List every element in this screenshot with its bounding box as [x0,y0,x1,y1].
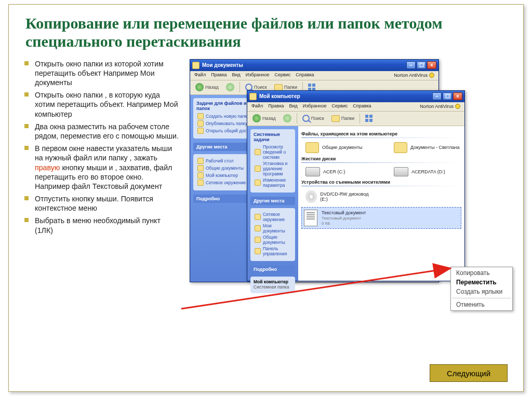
cd-icon [305,190,317,203]
details-line: Системная папка [254,284,292,290]
bullet-item: Два окна разместить на рабочем столе ряд… [23,122,179,141]
bullet-item: Открыть окно папки , в которую куда хоти… [23,90,179,119]
details-header: Подробно [250,265,295,273]
places-group: Сетевое окружение Мои документы Общие до… [250,208,295,261]
divider [301,186,461,186]
removable-row: DVD/CD-RW дисковод (E:) [301,190,461,203]
section-stored: Файлы, хранящиеся на этом компьютере [301,131,461,136]
drive-icon [394,167,408,176]
divider [301,138,461,138]
menu-copy[interactable]: Копировать [451,268,512,278]
section-removable: Устройства со съемными носителями [301,180,461,185]
window-title: Мои документы [202,62,243,68]
forward-icon [226,83,234,91]
file-type: Текстовый документ [322,216,366,221]
folder-view[interactable]: Файлы, хранящиеся на этом компьютере Общ… [298,126,464,281]
next-button[interactable]: Следующий [430,364,508,382]
menu-bar: Файл Правка Вид Избранное Сервис Справка… [247,102,464,112]
minimize-button[interactable]: – [432,92,442,100]
selected-drag-item[interactable]: Текстовый документ Текстовый документ 0 … [301,207,461,229]
maximize-button[interactable]: ☐ [417,61,426,69]
menu-item[interactable]: Справка [296,72,314,79]
computer-icon [249,93,257,100]
task-link[interactable]: Просмотр сведений о системе [255,144,292,160]
folder-row: Общие документы Документы - Светлана [301,142,461,153]
folder-icon [305,142,319,153]
slide-body: Открыть окно папки из которой хотим пере… [9,54,523,308]
bullet-item: Выбрать в меню необходимый пункт (1ЛК) [23,216,179,235]
place-link[interactable]: Общие документы [255,235,292,245]
titlebar[interactable]: Мой компьютер – ☐ × [247,91,464,102]
forward-icon [283,114,291,122]
menu-item[interactable]: Справка [353,103,371,110]
folder-item[interactable]: Документы - Светлана [394,142,461,153]
divider [301,162,461,163]
document-icon [304,210,317,226]
removable-item[interactable]: DVD/CD-RW дисковод (E:) [305,190,373,203]
task-link[interactable]: Изменение параметра [255,177,292,188]
menu-item[interactable]: Файл [251,103,263,110]
context-menu: Копировать Переместить Создать ярлыки От… [450,267,513,311]
back-button[interactable]: Назад [250,114,278,123]
details-group: Мой компьютер Системная папка [250,277,295,293]
maximize-button[interactable]: ☐ [443,92,452,100]
menu-shortcut[interactable]: Создать ярлыки [451,287,512,296]
task-link[interactable]: Установка и удаление программ [255,161,292,176]
menu-item[interactable]: Избранное [246,72,270,79]
slide-frame: Копирование или перемещение файлов или п… [8,4,524,392]
toolbar: Назад Поиск Папки [247,112,464,126]
forward-button[interactable] [281,114,294,123]
menu-item[interactable]: Сервис [331,103,348,110]
separator [240,82,240,92]
window-content: Системные задачи Просмотр сведений о сис… [247,126,464,281]
close-button[interactable]: × [453,92,462,100]
next-label: Следующий [447,369,490,378]
drive-item[interactable]: ACERDATA (D:) [394,167,461,176]
titlebar[interactable]: Мои документы – ☐ × [190,60,438,71]
bullet-item: Открыть окно папки из которой хотим пере… [23,59,179,88]
bullet-list: Открыть окно папки из которой хотим пере… [23,59,179,308]
back-icon [195,83,204,91]
menu-separator [452,298,511,298]
bullet-item: Отпустить кнопку мыши. Появится контекст… [23,194,179,213]
close-button[interactable]: × [427,61,436,69]
search-icon [302,115,310,122]
file-size: 0 КБ [322,221,366,226]
section-drives: Жесткие диски [301,156,461,161]
menu-cancel[interactable]: Отменить [451,300,512,309]
tasks-group: Системные задачи Просмотр сведений о сис… [250,129,295,193]
group-header: Системные задачи [254,132,292,142]
views-button[interactable] [363,114,375,122]
menu-item[interactable]: Правка [211,72,227,79]
menu-bar: Файл Правка Вид Избранное Сервис Справка… [190,71,438,80]
drive-icon [305,167,320,176]
bullet-item: В первом окне навести указатель мыши на … [23,144,179,191]
status-dot-icon [455,104,460,109]
folder-icon [394,142,407,153]
folders-button[interactable]: Папки [329,115,356,122]
place-link[interactable]: Панель управления [255,246,292,256]
drive-item[interactable]: ACER (C:) [305,167,373,176]
forward-button[interactable] [224,83,236,92]
menu-move[interactable]: Переместить [451,278,512,287]
menu-item[interactable]: Вид [232,72,241,79]
side-panel: Системные задачи Просмотр сведений о сис… [247,126,298,281]
place-link[interactable]: Мои документы [255,223,292,234]
antivirus-indicator: Norton AntiVirus [420,103,460,110]
back-button[interactable]: Назад [193,83,221,92]
menu-item[interactable]: Сервис [274,72,290,79]
minimize-button[interactable]: – [406,61,416,69]
menu-item[interactable]: Файл [194,72,206,79]
grid-icon [365,115,373,122]
folder-item[interactable]: Общие документы [305,142,373,153]
search-button[interactable]: Поиск [300,114,326,122]
menu-item[interactable]: Правка [268,103,284,110]
places-header: Другие места [250,197,295,205]
menu-item[interactable]: Вид [289,103,298,110]
status-dot-icon [429,73,434,78]
menu-item[interactable]: Избранное [303,103,327,110]
place-link[interactable]: Сетевое окружение [255,212,292,222]
details-line: Мой компьютер [254,279,292,284]
file-name: Текстовый документ [322,210,366,215]
highlight: правую [35,163,60,172]
